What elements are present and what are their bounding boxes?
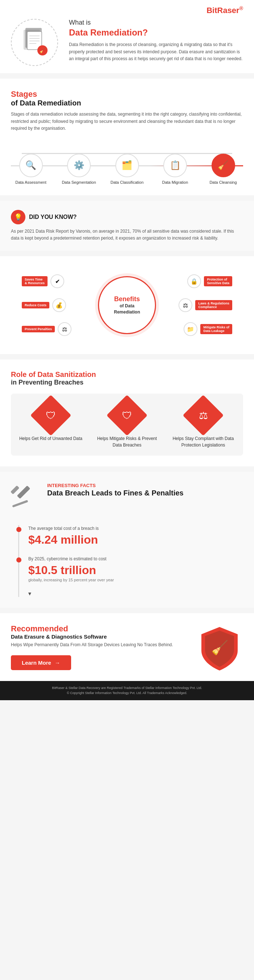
stages-heading1: Stages [11, 89, 243, 99]
san-card-2: ⚖Helps Stay Compliant with Data Protecti… [171, 401, 236, 448]
benefits-left: Saves Time& Resources✔Reduce Costs💰Preve… [22, 274, 94, 336]
benefits-center-title: Benefits [114, 295, 140, 303]
rec-shield-icon: 🧹 [200, 625, 243, 669]
benefit-right-icon-2: 📁 [184, 322, 197, 336]
fact-note-1: globally, increasing by 15 percent year … [28, 577, 243, 583]
benefits-section: Saves Time& Resources✔Reduce Costs💰Preve… [0, 256, 254, 354]
rec-description: Helps Wipe Permanently Data From All Sto… [11, 641, 173, 648]
svg-text:🧹: 🧹 [40, 48, 46, 54]
benefit-right-0: Protection ofSensitive Data🔒 [160, 274, 232, 288]
brand-raser: Raser [217, 6, 240, 15]
facts-tag: INTERESTING FACTS [47, 483, 184, 488]
learn-more-arrow: → [55, 660, 60, 666]
did-you-know-section: 💡 DID YOU KNOW? As per 2021 Data Risk Re… [0, 201, 254, 251]
san-cards: 🛡Helps Get Rid of Unwanted Data🛡Helps Mi… [11, 394, 243, 455]
lightbulb-icon: 💡 [11, 210, 26, 224]
stage-label-4: Data Cleansing [209, 180, 236, 185]
benefit-right-1: Laws & RegulationsCompliance⚖ [160, 298, 232, 312]
facts-timeline: The average total cost of a breach is$4.… [18, 525, 243, 597]
stage-label-1: Data Segmentation [62, 180, 96, 185]
footer: BitRaser & Stellar Data Recovery are Reg… [0, 681, 254, 700]
benefits-wrapper: Saves Time& Resources✔Reduce Costs💰Preve… [7, 267, 247, 343]
svg-rect-11 [12, 500, 28, 508]
header-section: BitRaser® 🧹 What is [0, 0, 254, 73]
san-diamond-0: 🛡 [30, 395, 71, 436]
stages-description: Stages of data remediation include asses… [11, 111, 243, 132]
stage-item-3: 📋Data Migration [155, 154, 195, 185]
recommended-section: Recommended Data Erasure & Diagnostics S… [0, 613, 254, 681]
facts-header: INTERESTING FACTS Data Breach Leads to F… [11, 483, 243, 516]
fact-intro-0: The average total cost of a breach is [28, 525, 243, 532]
benefit-right-icon-1: ⚖ [179, 298, 192, 312]
header-illustration: 🧹 [11, 19, 62, 66]
fact-dot-1 [16, 557, 21, 563]
stage-icon-3: 📋 [163, 154, 187, 177]
san-diamond-1: 🛡 [106, 395, 147, 436]
benefit-left-icon-2: ⚖ [58, 322, 72, 336]
fact-item-1: By 2025, cybercrime is estimated to cost… [28, 555, 243, 583]
facts-title-block: INTERESTING FACTS Data Breach Leads to F… [47, 483, 184, 498]
dyk-title: DID YOU KNOW? [29, 214, 77, 220]
rec-subtitle: Data Erasure & Diagnostics Software [11, 633, 173, 640]
fact-value-1: $10.5 trillion [28, 563, 243, 577]
sanitization-heading: Role of Data Sanitization [11, 371, 243, 379]
footer-line1: BitRaser & Stellar Data Recovery are Reg… [7, 685, 247, 690]
stage-item-0: 🔍Data Assessment [11, 154, 51, 185]
timeline-arrow [27, 590, 243, 597]
san-card-label-1: Helps Mitigate Risks & Prevent Data Brea… [94, 435, 160, 448]
fact-item-0: The average total cost of a breach is$4.… [28, 525, 243, 547]
benefit-left-icon-1: 💰 [52, 298, 66, 312]
benefits-center-circle: Benefits of DataRemediation [98, 276, 156, 334]
fact-dot-0 [16, 527, 21, 532]
stage-label-0: Data Assessment [15, 180, 46, 185]
benefits-center-sub: of DataRemediation [114, 303, 140, 315]
benefit-left-0: Saves Time& Resources✔ [22, 274, 94, 288]
svg-text:🧹: 🧹 [211, 639, 228, 656]
benefits-right: Protection ofSensitive Data🔒Laws & Regul… [160, 274, 232, 336]
learn-more-button[interactable]: Learn More → [11, 655, 71, 670]
stage-icon-2: 🗂️ [115, 154, 139, 177]
stage-icon-4: 🧹 [212, 154, 235, 177]
svg-rect-10 [17, 486, 30, 499]
sanitization-title: Role of Data Sanitization in Preventing … [11, 371, 243, 387]
dyk-text: As per 2021 Data Risk Report by Varonis,… [11, 228, 243, 242]
rec-heading: Recommended [11, 624, 173, 633]
stage-label-3: Data Migration [162, 180, 189, 185]
facts-section: INTERESTING FACTS Data Breach Leads to F… [0, 472, 254, 608]
gavel-icon [11, 483, 40, 516]
sanitization-sub: in Preventing Breaches [11, 379, 243, 387]
benefit-left-2: Prevent Penalties⚖ [22, 322, 94, 336]
sanitization-section: Role of Data Sanitization in Preventing … [0, 360, 254, 466]
stage-icon-0: 🔍 [19, 154, 43, 177]
san-diamond-2: ⚖ [182, 395, 224, 436]
svg-rect-9 [11, 486, 19, 495]
rec-content: Recommended Data Erasure & Diagnostics S… [11, 624, 243, 670]
stages-flow [11, 139, 243, 150]
brand-logo: BitRaser® [11, 5, 243, 19]
header-text-block: What is Data Remediation? Data Remediati… [69, 19, 243, 62]
stage-icon-1: ⚙️ [67, 154, 91, 177]
footer-line2: © Copyright Stellar Information Technolo… [7, 690, 247, 695]
learn-more-label: Learn More [22, 660, 51, 666]
benefit-right-2: Mitigate Risks ofData Leakage📁 [160, 322, 232, 336]
fact-value-0: $4.24 million [28, 533, 243, 547]
san-card-0: 🛡Helps Get Rid of Unwanted Data [18, 401, 83, 448]
rec-left: Recommended Data Erasure & Diagnostics S… [11, 624, 173, 670]
header-title: Data Remediation? [69, 27, 243, 38]
header-description: Data Remediation is the process of clean… [69, 41, 243, 62]
san-card-label-2: Helps Stay Compliant with Data Protectio… [171, 435, 236, 448]
stage-item-4: 🧹Data Cleansing [203, 154, 243, 185]
stage-item-1: ⚙️Data Segmentation [59, 154, 99, 185]
benefit-left-icon-0: ✔ [50, 274, 64, 288]
fact-intro-1: By 2025, cybercrime is estimated to cost [28, 555, 243, 562]
benefit-left-1: Reduce Costs💰 [22, 298, 94, 312]
stages-heading2: of Data Remediation [11, 99, 243, 107]
header-what-is: What is [69, 19, 243, 27]
stages-section: Stages of Data Remediation Stages of dat… [0, 79, 254, 195]
benefit-right-icon-0: 🔒 [187, 274, 201, 288]
facts-title: Data Breach Leads to Fines & Penalties [47, 488, 184, 498]
san-card-1: 🛡Helps Mitigate Risks & Prevent Data Bre… [94, 401, 160, 448]
stage-label-2: Data Classification [110, 180, 143, 185]
stage-item-2: 🗂️Data Classification [107, 154, 147, 185]
brand-bit: Bit [206, 6, 217, 15]
